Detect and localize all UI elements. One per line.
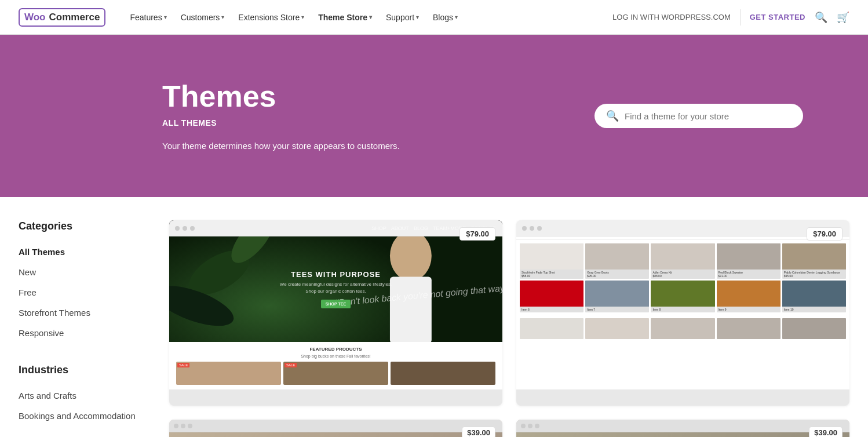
blockshop-mock: BLOCK SHOP The Shop Clothing Shoes Acces… <box>516 220 849 389</box>
get-started-button[interactable]: GET STARTED <box>750 13 805 21</box>
sidebar-item-storefront[interactable]: Storefront Themes <box>19 303 146 323</box>
sidebar-item-arts-crafts[interactable]: Arts and Crafts <box>19 385 146 406</box>
blockshop-cell-8: Item 8 <box>651 281 714 312</box>
nav-divider <box>740 9 741 26</box>
page-title: Themes <box>162 79 400 114</box>
industries-section: Industries Arts and Crafts Bookings and … <box>19 364 146 426</box>
threads-product-1 <box>176 362 281 385</box>
nav-theme-store[interactable]: Theme Store ▾ <box>312 8 378 27</box>
browser-dot-yellow-2 <box>530 226 534 231</box>
categories-heading: Categories <box>19 220 146 232</box>
threads-hero-mock: "Don't look back you're not going that w… <box>169 236 502 342</box>
blockshop-cell-9: Item 9 <box>717 281 781 312</box>
search-icon[interactable]: 🔍 <box>815 11 827 24</box>
search-input[interactable] <box>625 111 792 121</box>
sidebar-item-responsive[interactable]: Responsive <box>19 323 146 343</box>
theme-card-3[interactable]: $39.00 <box>169 420 502 437</box>
threads-products-row <box>176 362 495 385</box>
browser-dot-green <box>190 226 195 231</box>
theme-preview-blockshop: BLOCK SHOP The Shop Clothing Shoes Acces… <box>516 220 849 406</box>
sidebar-item-bookings[interactable]: Bookings and Accommodation <box>19 406 146 426</box>
threads-mock: T Threads SHOP ABOUT BLOG TEAM+MORE CONT… <box>169 220 502 389</box>
nav-support[interactable]: Support ▾ <box>380 8 425 27</box>
theme-price-4: $39.00 <box>809 427 843 437</box>
chevron-down-icon: ▾ <box>301 14 304 20</box>
threads-product-2 <box>283 362 388 385</box>
industries-heading: Industries <box>19 364 146 376</box>
browser-bar-4 <box>516 420 849 432</box>
logo[interactable]: Woo Commerce <box>19 8 105 27</box>
chevron-down-icon: ▾ <box>455 14 458 20</box>
nav-features[interactable]: Features ▾ <box>124 8 172 27</box>
theme-price-threads: $79.00 <box>459 227 495 241</box>
hero-text: Themes All Themes Your theme determines … <box>162 79 400 153</box>
browser-dot-yellow <box>183 226 187 231</box>
sidebar-item-new[interactable]: New <box>19 262 146 282</box>
browser-dot-red-2 <box>522 226 527 231</box>
blockshop-cell-5: Pablo Colombian Denim Legging Sundance$9… <box>782 243 846 279</box>
blockshop-cell-10: Item 10 <box>782 281 846 312</box>
blockshop-cell-7: Item 7 <box>585 281 649 312</box>
blockshop-cell-4: Red Black Sweater$72.00 <box>717 243 781 279</box>
search-icon: 🔍 <box>606 110 619 122</box>
chevron-down-icon: ▾ <box>369 14 372 20</box>
theme-card-4[interactable]: $39.00 <box>516 420 849 437</box>
theme-card-threads[interactable]: T Threads SHOP ABOUT BLOG TEAM+MORE CONT… <box>169 220 502 406</box>
blockshop-cell-3: Adler Dress Kit$88.00 <box>651 243 714 279</box>
search-box[interactable]: 🔍 <box>595 104 803 128</box>
cart-icon[interactable]: 🛒 <box>837 11 849 24</box>
theme-preview-threads: T Threads SHOP ABOUT BLOG TEAM+MORE CONT… <box>169 220 502 406</box>
hero-section: Themes All Themes Your theme determines … <box>0 35 868 197</box>
browser-bar-2 <box>516 220 849 236</box>
chevron-down-icon: ▾ <box>416 14 419 20</box>
browser-dot-4 <box>521 424 526 428</box>
theme-card-blockshop[interactable]: BLOCK SHOP The Shop Clothing Shoes Acces… <box>516 220 849 406</box>
logo-woo: Woo <box>24 12 46 23</box>
browser-bar-3 <box>169 420 502 432</box>
theme-price-3: $39.00 <box>462 427 495 437</box>
nav-links: Features ▾ Customers ▾ Extensions Store … <box>124 8 612 27</box>
nav-right: LOG IN WITH WORDPRESS.COM GET STARTED 🔍 … <box>612 9 849 26</box>
sidebar-item-all-themes[interactable]: All Themes <box>19 242 146 262</box>
browser-dot-3 <box>174 424 178 428</box>
blockshop-product-grid: Stockholm Fade Top Shot$58.00 Grap Grey … <box>516 240 849 316</box>
sidebar-item-free[interactable]: Free <box>19 282 146 303</box>
threads-featured-mock: FEATURED PRODUCTS Shop big bucks on thes… <box>169 342 502 389</box>
theme-grid: T Threads SHOP ABOUT BLOG TEAM+MORE CONT… <box>169 220 849 437</box>
nav-extensions[interactable]: Extensions Store ▾ <box>232 8 310 27</box>
main-content: Categories All Themes New Free Storefron… <box>0 197 868 437</box>
logo-commerce: Commerce <box>49 12 100 23</box>
blockshop-cell-2: Grap Grey Boots$95.00 <box>585 243 649 279</box>
chevron-down-icon: ▾ <box>164 14 167 20</box>
theme-price-blockshop: $79.00 <box>807 227 843 241</box>
categories-section: Categories All Themes New Free Storefron… <box>19 220 146 343</box>
blockshop-cell-1: Stockholm Fade Top Shot$58.00 <box>520 243 583 279</box>
threads-hero-text-mock: TEES WITH PURPOSE We create meaningful d… <box>271 261 401 318</box>
nav-blogs[interactable]: Blogs ▾ <box>427 8 464 27</box>
hero-subtitle: All Themes <box>162 118 400 128</box>
blockshop-cell-6: Item 6 <box>520 281 583 312</box>
sidebar: Categories All Themes New Free Storefron… <box>19 220 146 437</box>
login-button[interactable]: LOG IN WITH WORDPRESS.COM <box>612 13 731 21</box>
browser-dot-green-2 <box>537 226 542 231</box>
threads-product-3 <box>391 362 495 385</box>
nav-customers[interactable]: Customers ▾ <box>175 8 231 27</box>
main-nav: Woo Commerce Features ▾ Customers ▾ Exte… <box>0 0 868 35</box>
chevron-down-icon: ▾ <box>221 14 224 20</box>
hero-description: Your theme determines how your store app… <box>162 139 400 153</box>
browser-dot-red <box>175 226 180 231</box>
